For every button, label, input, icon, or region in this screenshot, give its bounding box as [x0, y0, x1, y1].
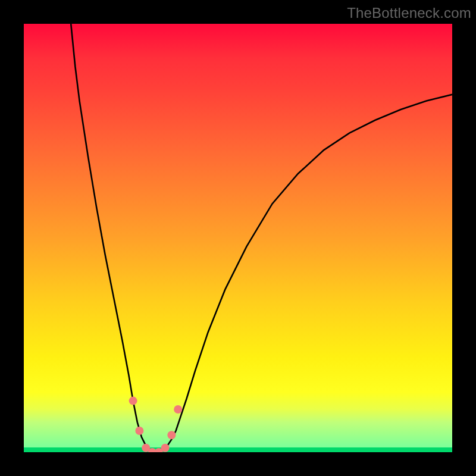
watermark-text: TheBottleneck.com	[347, 5, 471, 21]
bottleneck-curve	[71, 24, 452, 452]
chart-overlay	[24, 24, 452, 452]
dip-marker	[167, 431, 176, 439]
dip-marker	[135, 427, 143, 435]
dip-markers-group	[129, 397, 183, 452]
dip-marker	[129, 397, 137, 405]
plot-area	[24, 24, 452, 452]
dip-marker	[174, 405, 182, 414]
dip-marker	[161, 444, 170, 452]
